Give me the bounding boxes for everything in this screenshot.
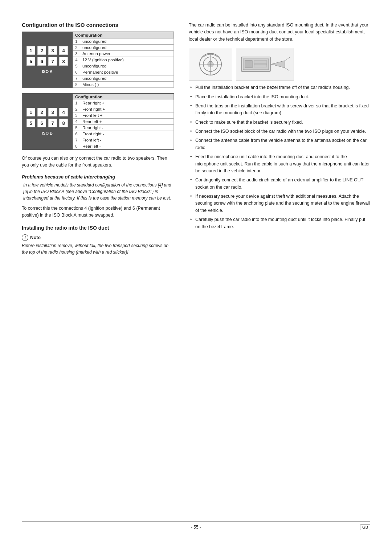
iso-a-pin1: 1 (26, 46, 35, 55)
iso-b-row: 2Front right + (73, 106, 174, 112)
iso-b-row1: 1 2 3 4 (26, 108, 68, 116)
footer: - 55 - GB (22, 521, 370, 530)
para1-right: The car radio can be installed into any … (189, 22, 370, 43)
iso-a-row: 5unconfigured (73, 63, 174, 69)
iso-a-num: 3 (73, 51, 80, 57)
iso-a-config: unconfigured (80, 63, 174, 69)
note-block: i Note Before installation remove, witho… (22, 234, 174, 255)
iso-b-diagram: 1 2 3 4 5 6 7 8 ISO B (22, 93, 174, 150)
svg-rect-7 (245, 61, 252, 68)
iso-b-config: Rear right - (80, 125, 174, 131)
iso-a-section: 1 2 3 4 5 6 7 8 ISO A (22, 32, 174, 88)
iso-b-row: 7Front left - (73, 137, 174, 143)
iso-a-config: unconfigured (80, 75, 174, 82)
iso-a-pin4: 4 (59, 46, 68, 55)
left-column: Configuration of the ISO connections 1 2… (22, 22, 174, 507)
iso-a-row: 412 V (Ignition positive) (73, 57, 174, 63)
iso-b-config-header: Configuration (73, 94, 174, 100)
iso-a-row: 1unconfigured (73, 38, 174, 45)
note-icon: i (22, 234, 28, 241)
para1-left: Of course you can also only connect the … (22, 155, 174, 169)
iso-a-pins: 1 2 3 4 5 6 7 8 ISO A (22, 32, 72, 88)
iso-a-pin3: 3 (48, 46, 57, 55)
bracket-diagram-svg (192, 50, 229, 79)
iso-a-pin8: 8 (59, 57, 68, 66)
iso-b-table-container: Configuration 1Rear right +2Front right … (72, 94, 174, 149)
iso-b-num: 6 (73, 131, 80, 137)
iso-b-num: 5 (73, 125, 80, 131)
diagram-img1 (189, 48, 232, 81)
lineout-label: LINE OUT (343, 177, 363, 182)
iso-b-label: ISO B (42, 131, 53, 135)
bullet-item: Bend the tabs on the installation bracke… (189, 103, 370, 117)
para2-left: To correct this the connections 4 (Ignit… (22, 205, 174, 219)
iso-a-config-header: Configuration (73, 32, 174, 38)
bullet-item: Contingently connect the audio cinch cab… (189, 177, 370, 191)
footer-country: GB (360, 524, 370, 530)
install-diagram-svg (238, 50, 292, 79)
iso-b-num: 3 (73, 112, 80, 119)
iso-b-config: Front right - (80, 131, 174, 137)
bullet-item: Pull the installation bracket and the be… (189, 84, 370, 91)
iso-b-section: 1 2 3 4 5 6 7 8 ISO B (22, 93, 174, 150)
iso-b-pin4: 4 (59, 108, 68, 116)
iso-a-config: Minus (-) (80, 82, 174, 88)
iso-b-config: Rear left - (80, 143, 174, 149)
bullet-item: If necessary secure your device against … (189, 193, 370, 214)
svg-line-10 (285, 57, 290, 61)
problems-italic: In a few vehicle models the standard con… (22, 182, 174, 201)
iso-b-config: Rear left + (80, 119, 174, 125)
iso-b-num: 4 (73, 119, 80, 125)
iso-a-config: Permanent positive (80, 69, 174, 75)
note-title: i Note (22, 234, 174, 241)
iso-a-label: ISO A (42, 69, 53, 74)
iso-b-config: Front left + (80, 112, 174, 119)
iso-a-row: 3Antenna power (73, 51, 174, 57)
svg-line-11 (285, 68, 290, 71)
iso-a-row2: 5 6 7 8 (26, 57, 68, 66)
iso-b-pin5: 5 (26, 119, 35, 127)
iso-b-row: 1Rear right + (73, 100, 174, 106)
iso-b-config: Rear right + (80, 100, 174, 106)
iso-a-row: 7unconfigured (73, 75, 174, 82)
iso-a-pin6: 6 (37, 57, 46, 66)
note-label: Note (30, 235, 41, 240)
iso-a-row: 8Minus (-) (73, 82, 174, 88)
iso-b-pin3: 3 (48, 108, 57, 116)
diagram-container (189, 48, 370, 81)
svg-rect-8 (254, 61, 267, 63)
bullet-item: Feed the microphone unit cable into the … (189, 153, 370, 175)
iso-a-num: 5 (73, 63, 80, 69)
bullet-item: Carefully push the car radio into the mo… (189, 216, 370, 230)
iso-a-row: 2unconfigured (73, 45, 174, 51)
bullet-item: Place the installation bracket into the … (189, 94, 370, 100)
iso-b-row2: 5 6 7 8 (26, 119, 68, 127)
iso-b-num: 7 (73, 137, 80, 143)
iso-b-row: 4Rear left + (73, 119, 174, 125)
iso-a-row1: 1 2 3 4 (26, 46, 68, 55)
iso-b-num: 2 (73, 106, 80, 112)
iso-b-pins: 1 2 3 4 5 6 7 8 ISO B (22, 94, 72, 149)
iso-a-pin7: 7 (48, 57, 57, 66)
iso-a-row: 6Permanent positive (73, 69, 174, 75)
iso-a-num: 1 (73, 38, 80, 45)
iso-b-row: 8Rear left - (73, 143, 174, 149)
problems-title: Problems because of cable interchanging (22, 174, 174, 180)
iso-b-pin6: 6 (37, 119, 46, 127)
section1-title: Configuration of the ISO connections (22, 22, 174, 28)
iso-a-num: 7 (73, 75, 80, 82)
iso-a-config: unconfigured (80, 38, 174, 45)
iso-a-table-container: Configuration 1unconfigured2unconfigured… (72, 32, 174, 88)
iso-a-pin2: 2 (37, 46, 46, 55)
iso-a-diagram: 1 2 3 4 5 6 7 8 ISO A (22, 32, 174, 88)
iso-a-num: 6 (73, 69, 80, 75)
note-text: Before installation remove, without fail… (22, 242, 174, 255)
svg-rect-9 (254, 64, 267, 67)
iso-a-pin5: 5 (26, 57, 35, 66)
bullet-list: Pull the installation bracket and the be… (189, 84, 370, 230)
iso-a-config: unconfigured (80, 45, 174, 51)
iso-b-pin7: 7 (48, 119, 57, 127)
iso-b-pin1: 1 (26, 108, 35, 116)
diagram-img2 (236, 48, 294, 81)
bullet-item: Connect the ISO socket block of the car … (189, 128, 370, 135)
